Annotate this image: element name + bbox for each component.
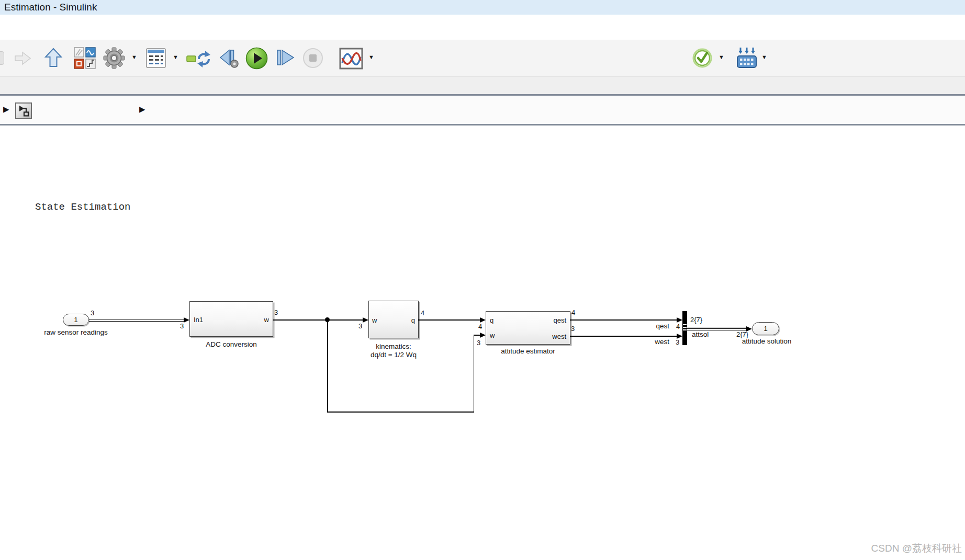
signal-line-qest[interactable] (570, 319, 677, 321)
outport-block[interactable]: 1 (752, 322, 779, 335)
dim-label: 4 (676, 323, 680, 330)
port-label-in1: In1 (194, 316, 203, 324)
bus-line-attsol[interactable] (687, 328, 747, 329)
estimator-block-name[interactable]: attitude estimator (486, 347, 570, 355)
update-model-icon[interactable] (186, 49, 211, 72)
dim-label: 3 (274, 308, 278, 316)
outport-name-label[interactable]: attitude solution (725, 337, 809, 345)
adc-conversion-block[interactable]: In1 w (189, 301, 273, 337)
simulation-data-inspector-icon[interactable] (339, 47, 364, 72)
dim-label: 3 (477, 339, 480, 347)
arrowhead-icon (480, 317, 486, 323)
arrowhead-icon (677, 317, 682, 323)
breadcrumb-expand-icon[interactable]: ▶ (3, 105, 9, 113)
signal-name-qest[interactable]: qest (643, 322, 669, 330)
port-label-west: west (552, 333, 566, 340)
inport-block[interactable]: 1 (63, 314, 89, 326)
arrowhead-icon (184, 317, 189, 323)
dim-label: 3 (358, 322, 362, 330)
feedback-line[interactable] (327, 320, 328, 412)
toolbar: ▼ ▼ (0, 40, 965, 77)
step-back-icon[interactable] (218, 47, 241, 72)
model-canvas[interactable] (0, 125, 965, 560)
title-bar: Estimation - Simulink (0, 0, 965, 15)
signal-name-attsol[interactable]: attsol (692, 330, 709, 338)
toolbar-spacer-band (0, 77, 965, 94)
library-browser-icon[interactable] (73, 47, 96, 72)
signal-name-west[interactable]: west (643, 338, 669, 346)
port-label-q: q (490, 316, 493, 324)
dim-label: 3 (91, 309, 94, 317)
up-to-parent-icon[interactable] (43, 47, 63, 72)
kinematics-block[interactable]: w q (368, 301, 419, 338)
gear-settings-icon[interactable] (102, 47, 126, 72)
build-dropdown-icon[interactable]: ▼ (761, 54, 767, 60)
signal-line-sensor[interactable] (89, 319, 184, 320)
back-button-clipped[interactable] (0, 51, 4, 65)
model-advisor-check-icon[interactable] (691, 47, 713, 72)
dim-label: 3 (676, 338, 679, 346)
subsystem-icon[interactable] (15, 102, 32, 121)
inport-name-label[interactable]: raw sensor readings (31, 328, 120, 336)
signal-line-w[interactable] (273, 319, 363, 321)
dim-label: 4 (421, 309, 424, 317)
build-model-icon[interactable] (735, 46, 759, 72)
dim-label: 3 (180, 322, 184, 330)
breadcrumb-next-icon[interactable]: ▶ (139, 105, 145, 113)
step-forward-icon[interactable] (274, 47, 296, 72)
gear-dropdown-icon[interactable]: ▼ (131, 54, 137, 60)
model-configuration-icon[interactable] (145, 47, 167, 72)
arrowhead-icon (480, 333, 486, 338)
arrowhead-icon (363, 317, 368, 323)
model-advisor-dropdown-icon[interactable]: ▼ (719, 54, 724, 60)
run-icon[interactable] (244, 46, 269, 73)
forward-arrow-icon[interactable] (14, 48, 32, 71)
dim-label: 4 (478, 323, 482, 330)
signal-line-west[interactable] (570, 336, 677, 337)
breadcrumb: ▶ State Estimation ▶ (0, 96, 965, 124)
stop-icon[interactable] (301, 47, 324, 72)
attitude-estimator-block[interactable]: q w qest west (486, 311, 570, 345)
signal-line-sensor[interactable] (89, 321, 184, 322)
signal-line-q[interactable] (418, 319, 480, 321)
sdi-dropdown-icon[interactable]: ▼ (368, 54, 374, 60)
dim-label: 3 (571, 325, 575, 333)
port-label-w: w (490, 332, 495, 339)
port-label-w: w (264, 316, 269, 324)
bus-creator-block[interactable] (682, 311, 687, 345)
dim-label: 2{7} (690, 316, 702, 324)
feedback-line[interactable] (327, 412, 474, 413)
port-label-qest: qest (553, 316, 566, 324)
watermark: CSDN @荔枝科研社 (863, 542, 962, 555)
menu-bar: ay Diagram Simulation Analysis Code Tool… (0, 15, 965, 40)
dim-label: 2{7} (736, 330, 748, 338)
port-label-q: q (411, 316, 415, 324)
window-title: Estimation - Simulink (4, 2, 97, 13)
model-configuration-dropdown-icon[interactable]: ▼ (173, 54, 178, 60)
adc-block-name[interactable]: ADC conversion (184, 340, 278, 348)
kinematics-block-name[interactable]: kinematics: dq/dt = 1/2 Wq (346, 342, 441, 359)
simulink-window: Estimation - Simulink ay Diagram Simulat… (0, 0, 965, 560)
feedback-line[interactable] (474, 335, 475, 412)
port-label-w: w (372, 316, 377, 324)
bus-line-attsol[interactable] (687, 327, 747, 328)
dim-label: 4 (571, 308, 575, 316)
